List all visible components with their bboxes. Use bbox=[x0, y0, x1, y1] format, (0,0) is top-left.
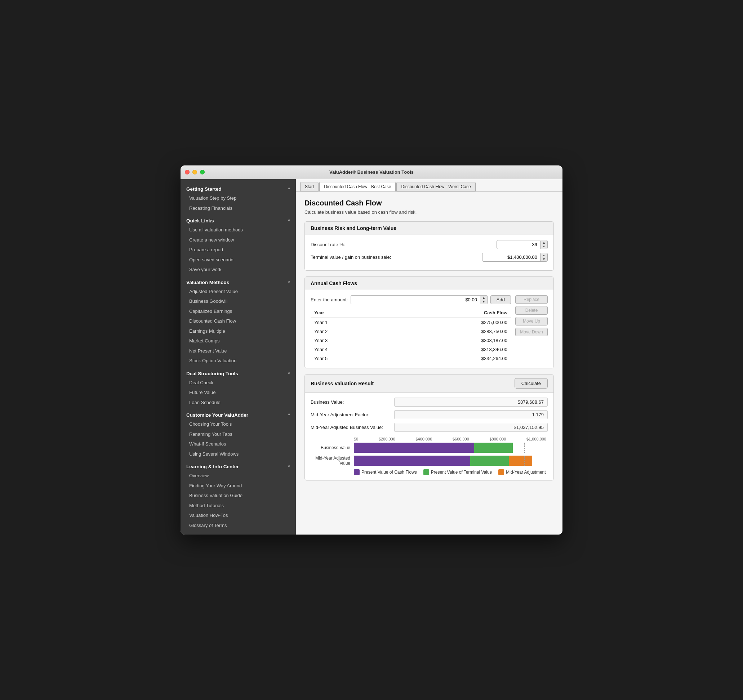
app-window: ValuAdder® Business Valuation Tools Gett… bbox=[181, 165, 562, 535]
sidebar-item-prepareareport[interactable]: Prepare a report bbox=[181, 245, 296, 255]
annual-cash-flows-section: Annual Cash Flows Enter the amount: ▲ bbox=[305, 276, 554, 368]
bar-purple bbox=[354, 455, 470, 466]
sidebar-section-customizeyourvaluadder[interactable]: Customize Your ValuAdder^ bbox=[181, 409, 296, 419]
sidebar-item-adjustedpresentvalue[interactable]: Adjusted Present Value bbox=[181, 286, 296, 297]
titlebar: ValuAdder® Business Valuation Tools bbox=[181, 165, 562, 179]
business-risk-header: Business Risk and Long-term Value bbox=[305, 222, 554, 235]
sidebar-item-choosingyourtools[interactable]: Choosing Your Tools bbox=[181, 419, 296, 429]
cf-enter-label: Enter the amount: bbox=[311, 297, 348, 303]
calculate-button[interactable]: Calculate bbox=[515, 378, 548, 389]
main-panel: StartDiscounted Cash Flow - Best CaseDis… bbox=[296, 179, 562, 535]
sidebar-item-netpresentvalue[interactable]: Net Present Value bbox=[181, 346, 296, 356]
cf-amount-up[interactable]: ▲ bbox=[480, 296, 487, 300]
delete-button[interactable]: Delete bbox=[515, 306, 548, 315]
sidebar-section-gettingstarted[interactable]: Getting Started^ bbox=[181, 184, 296, 193]
sidebar-item-usingseveralwindows[interactable]: Using Several Windows bbox=[181, 449, 296, 459]
close-button[interactable] bbox=[185, 170, 189, 175]
page-subtitle: Calculate business value based on cash f… bbox=[305, 209, 554, 215]
sidebar-section-dealstructuringtools[interactable]: Deal Structuring Tools^ bbox=[181, 368, 296, 378]
tab-discountedcashflow-bestcase[interactable]: Discounted Cash Flow - Best Case bbox=[319, 182, 396, 191]
sidebar-section-valuationmethods[interactable]: Valuation Methods^ bbox=[181, 277, 296, 286]
legend-label: Present Value of Terminal Value bbox=[431, 470, 492, 475]
mid-year-adjusted: $1,037,152.95 bbox=[394, 423, 548, 432]
col-year: Year bbox=[311, 308, 387, 318]
axis-label: $1,000,000 bbox=[527, 437, 546, 441]
sidebar-item-stockoptionvaluation[interactable]: Stock Option Valuation bbox=[181, 356, 296, 366]
sidebar-item-marketcomps[interactable]: Market Comps bbox=[181, 336, 296, 346]
chart-bar-row: Mid-Year Adjusted Value bbox=[311, 455, 548, 466]
sidebar-item-businessvaluationguide[interactable]: Business Valuation Guide bbox=[181, 491, 296, 501]
cf-amount-input[interactable] bbox=[351, 295, 480, 304]
mid-year-adjusted-label: Mid-Year Adjusted Business Value: bbox=[311, 425, 390, 430]
bar-green bbox=[474, 443, 513, 453]
terminal-value-row: Terminal value / gain on business sale: … bbox=[311, 253, 548, 262]
sidebar-item-valuationhow-tos[interactable]: Valuation How-Tos bbox=[181, 510, 296, 521]
legend-item: Mid-Year Adjustment bbox=[498, 469, 546, 475]
mid-year-factor: 1.179 bbox=[394, 410, 548, 419]
chart-area: $0$200,000$400,000$600,000$800,000$1,000… bbox=[311, 437, 548, 475]
sidebar-item-useallvaluationmethods[interactable]: Use all valuation methods bbox=[181, 225, 296, 235]
cf-enter-row: Enter the amount: ▲ ▼ Add bbox=[311, 295, 511, 304]
discount-rate-up[interactable]: ▲ bbox=[540, 241, 547, 245]
chart-axis: $0$200,000$400,000$600,000$800,000$1,000… bbox=[311, 437, 548, 443]
terminal-value-up[interactable]: ▲ bbox=[540, 254, 547, 257]
window-title: ValuAdder® Business Valuation Tools bbox=[329, 169, 414, 175]
axis-label: $600,000 bbox=[453, 437, 469, 441]
mid-year-factor-label: Mid-Year Adjustment Factor: bbox=[311, 412, 390, 417]
traffic-lights bbox=[185, 170, 205, 175]
sidebar-item-what-ifscenarios[interactable]: What-if Scenarios bbox=[181, 439, 296, 449]
sidebar-item-valuationstepbystep[interactable]: Valuation Step by Step bbox=[181, 193, 296, 203]
table-row[interactable]: Year 2$288,750.00 bbox=[311, 327, 511, 336]
tab-start[interactable]: Start bbox=[300, 182, 318, 191]
terminal-value-stepper: ▲ ▼ bbox=[540, 254, 547, 261]
page-content: Discounted Cash Flow Calculate business … bbox=[296, 192, 562, 494]
bar-orange bbox=[509, 455, 532, 466]
table-row[interactable]: Year 5$334,264.00 bbox=[311, 354, 511, 363]
chart-bar-row: Business Value bbox=[311, 443, 548, 453]
sidebar-section-learning&infocenter[interactable]: Learning & Info Center^ bbox=[181, 461, 296, 471]
chart-bars bbox=[354, 443, 548, 453]
tab-discountedcashflow-worstcase[interactable]: Discounted Cash Flow - Worst Case bbox=[397, 182, 475, 191]
sidebar-item-discountedcashflow[interactable]: Discounted Cash Flow bbox=[181, 316, 296, 326]
move-down-button[interactable]: Move Down bbox=[515, 328, 548, 336]
sidebar-item-loanschedule[interactable]: Loan Schedule bbox=[181, 397, 296, 408]
sidebar-item-opensavedscenario[interactable]: Open saved scenario bbox=[181, 255, 296, 265]
sidebar-item-findingyourwayaround[interactable]: Finding Your Way Around bbox=[181, 481, 296, 491]
sidebar-item-overview[interactable]: Overview bbox=[181, 471, 296, 481]
sidebar-item-saveyourwork[interactable]: Save your work bbox=[181, 265, 296, 275]
add-button[interactable]: Add bbox=[490, 295, 511, 304]
chart-legend: Present Value of Cash FlowsPresent Value… bbox=[311, 469, 548, 475]
sidebar-item-renamingyourtabs[interactable]: Renaming Your Tabs bbox=[181, 429, 296, 439]
table-row[interactable]: Year 4$318,346.00 bbox=[311, 345, 511, 354]
valuation-result-body: Business Value: $879,688.67 Mid-Year Adj… bbox=[305, 393, 554, 480]
move-up-button[interactable]: Move Up bbox=[515, 317, 548, 325]
sidebar-item-dealcheck[interactable]: Deal Check bbox=[181, 378, 296, 388]
chart-bar-label: Business Value bbox=[311, 445, 354, 450]
bar-purple bbox=[354, 443, 474, 453]
sidebar-item-capitalizedearnings[interactable]: Capitalized Earnings bbox=[181, 306, 296, 316]
sidebar-item-businessgoodwill[interactable]: Business Goodwill bbox=[181, 296, 296, 306]
page-title: Discounted Cash Flow bbox=[305, 199, 554, 207]
cf-amount-down[interactable]: ▼ bbox=[480, 300, 487, 304]
sidebar-item-createanewwindow[interactable]: Create a new window bbox=[181, 235, 296, 245]
minimize-button[interactable] bbox=[192, 170, 197, 175]
axis-label: $800,000 bbox=[489, 437, 506, 441]
discount-rate-down[interactable]: ▼ bbox=[540, 245, 547, 249]
discount-rate-input[interactable] bbox=[497, 240, 540, 249]
table-row[interactable]: Year 1$275,000.00 bbox=[311, 318, 511, 327]
sidebar-item-earningsmultiple[interactable]: Earnings Multiple bbox=[181, 326, 296, 336]
maximize-button[interactable] bbox=[200, 170, 205, 175]
legend-color-orange bbox=[498, 469, 504, 475]
sidebar-section-quicklinks[interactable]: Quick Links^ bbox=[181, 215, 296, 225]
sidebar-item-recastingfinancials[interactable]: Recasting Financials bbox=[181, 203, 296, 214]
sidebar-item-methodtutorials[interactable]: Method Tutorials bbox=[181, 501, 296, 511]
sidebar-item-futurevalue[interactable]: Future Value bbox=[181, 387, 296, 397]
chart-bar-label: Mid-Year Adjusted Value bbox=[311, 455, 354, 466]
result-header-row: Business Valuation Result Calculate bbox=[311, 378, 548, 389]
discount-rate-row: Discount rate %: ▲ ▼ bbox=[311, 240, 548, 249]
replace-button[interactable]: Replace bbox=[515, 295, 548, 304]
terminal-value-input[interactable] bbox=[483, 253, 540, 261]
terminal-value-down[interactable]: ▼ bbox=[540, 257, 547, 261]
sidebar-item-glossaryofterms[interactable]: Glossary of Terms bbox=[181, 521, 296, 531]
table-row[interactable]: Year 3$303,187.00 bbox=[311, 336, 511, 345]
